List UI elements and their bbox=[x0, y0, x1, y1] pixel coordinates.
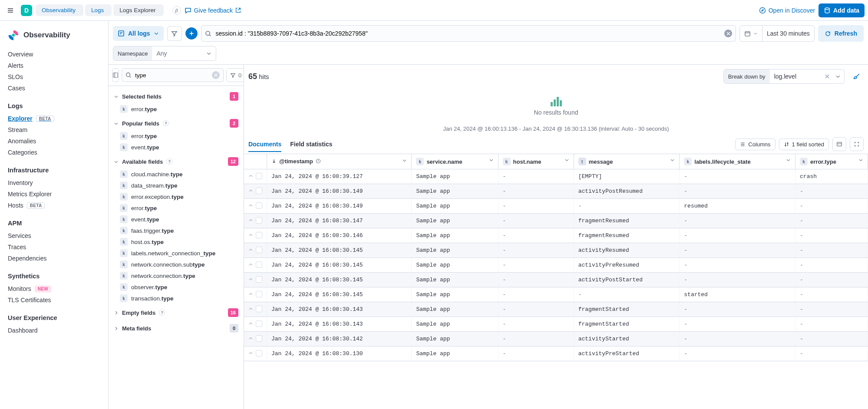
table-row[interactable]: Jan 24, 2024 @ 16:08:30.145Sample app-ac… bbox=[244, 258, 868, 273]
namespace-caret[interactable] bbox=[202, 46, 216, 60]
row-checkbox[interactable] bbox=[256, 291, 262, 297]
table-row[interactable]: Jan 24, 2024 @ 16:08:30.145Sample app-ac… bbox=[244, 243, 868, 258]
expand-row-button[interactable] bbox=[248, 203, 253, 208]
clear-query-button[interactable] bbox=[724, 30, 732, 37]
breakdown-caret[interactable] bbox=[832, 69, 844, 83]
clear-fields-search-button[interactable] bbox=[212, 71, 220, 79]
expand-row-button[interactable] bbox=[248, 174, 253, 178]
sidebar-item[interactable]: Anomalies bbox=[8, 135, 104, 147]
breakdown-clear-button[interactable] bbox=[822, 69, 832, 83]
column-header[interactable]: klabels.lifecycle_state bbox=[680, 154, 795, 169]
expand-row-button[interactable] bbox=[248, 262, 253, 267]
fullscreen-button[interactable] bbox=[850, 137, 864, 151]
open-in-discover-link[interactable]: Open in Discover bbox=[759, 7, 815, 14]
toggle-fields-panel-button[interactable] bbox=[112, 68, 119, 82]
table-row[interactable]: Jan 24, 2024 @ 16:08:30.143Sample app-fr… bbox=[244, 302, 868, 317]
row-checkbox[interactable] bbox=[256, 320, 262, 327]
dataview-selector[interactable]: All logs bbox=[113, 26, 164, 41]
sidebar-item[interactable]: Traces bbox=[8, 241, 104, 253]
column-actions-button[interactable] bbox=[489, 158, 494, 162]
sidebar-item[interactable]: MonitorsNEW bbox=[8, 283, 104, 294]
field-group-header[interactable]: Popular fields?2 bbox=[112, 115, 240, 130]
row-checkbox[interactable] bbox=[256, 173, 262, 179]
table-row[interactable]: Jan 24, 2024 @ 16:08:30.142Sample app-ac… bbox=[244, 332, 868, 346]
field-item[interactable]: kfaas.trigger.type bbox=[112, 225, 240, 236]
field-item[interactable]: ktransaction.type bbox=[112, 293, 240, 304]
breadcrumb-observability[interactable]: Observability bbox=[36, 4, 83, 16]
column-header[interactable]: kerror.type bbox=[795, 154, 868, 169]
filter-button[interactable] bbox=[167, 26, 182, 41]
row-checkbox[interactable] bbox=[256, 335, 262, 342]
field-group-header[interactable]: Meta fields0 bbox=[112, 320, 240, 335]
expand-row-button[interactable] bbox=[248, 277, 253, 282]
info-icon[interactable]: ? bbox=[163, 120, 169, 126]
add-filter-button[interactable] bbox=[185, 27, 198, 40]
expand-row-button[interactable] bbox=[248, 292, 253, 297]
expand-row-button[interactable] bbox=[248, 247, 253, 252]
namespace-value[interactable]: Any bbox=[152, 46, 201, 60]
column-header[interactable]: @timestamp bbox=[267, 154, 412, 169]
field-item[interactable]: kerror.type bbox=[112, 202, 240, 214]
refresh-button[interactable]: Refresh bbox=[818, 25, 864, 42]
breadcrumb-logs-explorer[interactable]: Logs Explorer bbox=[113, 4, 163, 16]
expand-row-button[interactable] bbox=[248, 233, 253, 237]
query-input[interactable] bbox=[215, 30, 721, 37]
table-row[interactable]: Jan 24, 2024 @ 16:08:30.130Sample app-ac… bbox=[244, 346, 868, 361]
sidebar-item[interactable]: HostsBETA bbox=[8, 200, 104, 211]
field-item[interactable]: kdata_stream.type bbox=[112, 180, 240, 191]
add-data-button[interactable]: Add data bbox=[818, 3, 865, 17]
sidebar-item[interactable]: TLS Certificates bbox=[8, 294, 104, 306]
column-header[interactable]: kservice.name bbox=[412, 154, 498, 169]
table-row[interactable]: Jan 24, 2024 @ 16:08:30.149Sample app--r… bbox=[244, 199, 868, 214]
row-checkbox[interactable] bbox=[256, 276, 262, 283]
row-checkbox[interactable] bbox=[256, 261, 262, 268]
row-checkbox[interactable] bbox=[256, 217, 262, 224]
expand-row-button[interactable] bbox=[248, 188, 253, 193]
expand-row-button[interactable] bbox=[248, 218, 253, 223]
table-row[interactable]: Jan 24, 2024 @ 16:08:39.127Sample app-[E… bbox=[244, 169, 868, 184]
sidebar-item[interactable]: ExplorerBETA bbox=[8, 113, 104, 124]
field-item[interactable]: kerror.type bbox=[112, 130, 240, 142]
fields-filter-button[interactable]: 0 bbox=[226, 68, 244, 82]
field-group-header[interactable]: Empty fields?16 bbox=[112, 304, 240, 320]
nav-toggle-button[interactable] bbox=[3, 3, 17, 17]
sort-button[interactable]: 1 field sorted bbox=[779, 139, 829, 150]
field-item[interactable]: klabels.network_connection_type bbox=[112, 247, 240, 259]
row-checkbox[interactable] bbox=[256, 247, 262, 253]
info-icon[interactable]: ? bbox=[166, 158, 172, 165]
expand-row-button[interactable] bbox=[248, 321, 253, 326]
info-icon[interactable]: ? bbox=[159, 310, 165, 316]
field-item[interactable]: kerror.type bbox=[112, 103, 240, 115]
sidebar-item[interactable]: Overview bbox=[8, 49, 104, 60]
documents-grid[interactable]: @timestampkservice.namekhost.nametmessag… bbox=[244, 154, 868, 409]
column-actions-button[interactable] bbox=[786, 158, 791, 162]
table-row[interactable]: Jan 24, 2024 @ 16:08:30.147Sample app-fr… bbox=[244, 214, 868, 228]
table-row[interactable]: Jan 24, 2024 @ 16:08:30.145Sample app-ac… bbox=[244, 273, 868, 287]
breadcrumb-logs[interactable]: Logs bbox=[85, 4, 112, 16]
field-item[interactable]: kobserver.type bbox=[112, 281, 240, 293]
columns-button[interactable]: Columns bbox=[735, 139, 775, 150]
field-item[interactable]: kevent.type bbox=[112, 214, 240, 225]
column-actions-button[interactable] bbox=[858, 158, 863, 162]
field-item[interactable]: khost.os.type bbox=[112, 236, 240, 247]
fields-search-input[interactable] bbox=[134, 72, 209, 79]
give-feedback-link[interactable]: Give feedback bbox=[185, 7, 241, 14]
column-header[interactable]: tmessage bbox=[574, 154, 680, 169]
table-row[interactable]: Jan 24, 2024 @ 16:08:30.145Sample app--s… bbox=[244, 287, 868, 302]
sidebar-item[interactable]: SLOs bbox=[8, 71, 104, 82]
expand-row-button[interactable] bbox=[248, 351, 253, 356]
column-actions-button[interactable] bbox=[402, 158, 407, 163]
field-item[interactable]: kcloud.machine.type bbox=[112, 168, 240, 180]
field-item[interactable]: kevent.type bbox=[112, 142, 240, 153]
row-checkbox[interactable] bbox=[256, 350, 262, 356]
sidebar-item[interactable]: Dependencies bbox=[8, 253, 104, 264]
table-row[interactable]: Jan 24, 2024 @ 16:08:30.143Sample app-fr… bbox=[244, 317, 868, 332]
field-item[interactable]: kerror.exception.type bbox=[112, 191, 240, 202]
sidebar-item[interactable]: Metrics Explorer bbox=[8, 188, 104, 200]
column-header[interactable]: khost.name bbox=[498, 154, 574, 169]
sidebar-item[interactable]: Inventory bbox=[8, 177, 104, 188]
field-item[interactable]: knetwork.connection.subtype bbox=[112, 259, 240, 270]
time-picker-range[interactable]: Last 30 minutes bbox=[762, 26, 814, 41]
field-group-header[interactable]: Available fields?12 bbox=[112, 153, 240, 168]
sidebar-item[interactable]: Categories bbox=[8, 147, 104, 158]
